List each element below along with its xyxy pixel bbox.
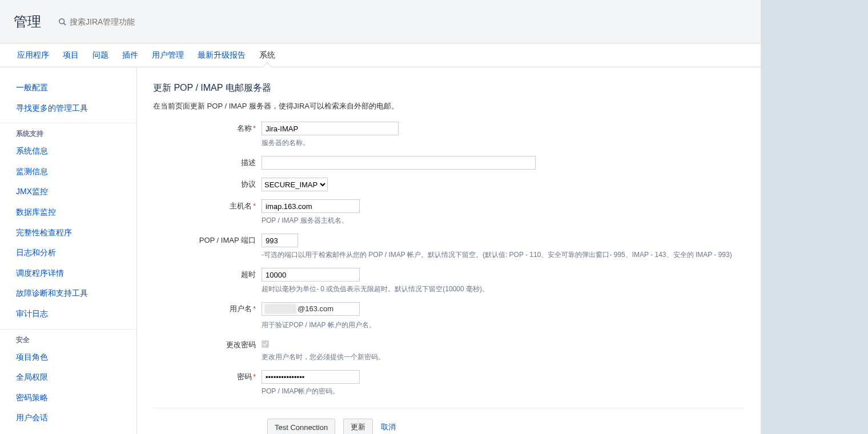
tab-apps[interactable]: 应用程序 [11, 43, 55, 67]
sidebar-scheduler-details[interactable]: 调度程序详情 [0, 264, 136, 283]
cancel-link[interactable]: 取消 [381, 422, 396, 432]
label-description: 描述 [153, 156, 262, 170]
main-content: 更新 POP / IMAP 电邮服务器 在当前页面更新 POP / IMAP 服… [137, 67, 761, 434]
admin-header: 管理 [0, 0, 761, 43]
tab-issues[interactable]: 问题 [87, 43, 114, 67]
input-port[interactable] [262, 234, 298, 247]
sidebar-general-config[interactable]: 一般配置 [0, 79, 136, 97]
tab-system[interactable]: 系统 [254, 43, 281, 67]
page-title: 更新 POP / IMAP 电邮服务器 [153, 82, 745, 94]
sidebar-heading-system-support: 系统支持 [0, 123, 136, 142]
sidebar-user-sessions[interactable]: 用户会话 [0, 409, 136, 427]
help-hostname: POP / IMAP 服务器主机名。 [262, 215, 745, 226]
tab-users[interactable]: 用户管理 [146, 43, 190, 67]
update-button[interactable]: 更新 [343, 419, 373, 434]
tab-projects[interactable]: 项目 [57, 43, 85, 67]
form-divider [153, 408, 745, 408]
admin-title: 管理 [14, 13, 41, 31]
label-hostname: 主机名* [153, 199, 262, 226]
sidebar-audit-log[interactable]: 审计日志 [0, 305, 136, 323]
input-description[interactable] [262, 156, 536, 170]
sidebar-project-roles[interactable]: 项目角色 [0, 348, 136, 367]
row-password: 密码* POP / IMAP帐户的密码。 [153, 370, 745, 396]
input-username[interactable]: @163.com [262, 302, 360, 316]
help-username: 用于验证POP / IMAP 帐户的用户名。 [262, 320, 745, 330]
sidebar-remember-me[interactable]: 记住我登录 [0, 429, 136, 434]
app-window: 管理 应用程序 项目 问题 插件 用户管理 最新升级报告 系统 一般配置 寻找更… [0, 0, 761, 434]
sidebar-find-more-tools[interactable]: 寻找更多的管理工具 [0, 99, 136, 118]
row-name: 名称* 服务器的名称。 [153, 122, 745, 148]
label-change-password: 更改密码 [153, 338, 262, 362]
search-icon [58, 18, 66, 26]
sidebar-global-perms[interactable]: 全局权限 [0, 368, 136, 387]
row-protocol: 协议 SECURE_IMAP [153, 178, 745, 191]
label-password: 密码* [153, 370, 262, 396]
label-username: 用户名* [153, 302, 262, 330]
username-domain: @163.com [298, 304, 333, 313]
tab-upgrade-report[interactable]: 最新升级报告 [192, 43, 251, 67]
sidebar-log-analysis[interactable]: 日志和分析 [0, 244, 136, 262]
svg-line-1 [64, 23, 66, 25]
input-password[interactable] [262, 370, 360, 384]
username-redacted-part [264, 304, 296, 314]
sidebar: 一般配置 寻找更多的管理工具 系统支持 系统信息 监测信息 JMX监控 数据库监… [0, 67, 137, 434]
sidebar-troubleshoot[interactable]: 故障诊断和支持工具 [0, 284, 136, 303]
row-hostname: 主机名* POP / IMAP 服务器主机名。 [153, 199, 745, 226]
help-port: -可选的端口以用于检索邮件从您的 POP / IMAP 帐户。默认情况下留空。(… [262, 250, 745, 260]
button-row: Test Connection 更新 取消 [153, 419, 745, 434]
sidebar-db-monitor[interactable]: 数据库监控 [0, 203, 136, 222]
body: 一般配置 寻找更多的管理工具 系统支持 系统信息 监测信息 JMX监控 数据库监… [0, 67, 761, 434]
test-connection-button[interactable]: Test Connection [267, 419, 335, 434]
label-port: POP / IMAP 端口 [153, 234, 262, 260]
sidebar-jmx[interactable]: JMX监控 [0, 183, 136, 201]
sidebar-heading-security: 安全 [0, 329, 136, 348]
sidebar-monitoring-info[interactable]: 监测信息 [0, 163, 136, 181]
row-username: 用户名* @163.com 用于验证POP / IMAP 帐户的用户名。 [153, 302, 745, 330]
sidebar-integrity-check[interactable]: 完整性检查程序 [0, 224, 136, 242]
label-name: 名称* [153, 122, 262, 148]
help-change-password: 更改用户名时，您必须提供一个新密码。 [262, 352, 745, 362]
help-password: POP / IMAP帐户的密码。 [262, 386, 745, 396]
svg-point-0 [59, 18, 65, 23]
help-timeout: 超时以毫秒为单位- 0 或负值表示无限超时。默认情况下留空(10000 毫秒)。 [262, 284, 745, 294]
checkbox-change-password [262, 340, 269, 348]
row-change-password: 更改密码 更改用户名时，您必须提供一个新密码。 [153, 338, 745, 362]
help-name: 服务器的名称。 [262, 138, 745, 148]
input-timeout[interactable] [262, 268, 360, 282]
row-description: 描述 [153, 156, 745, 170]
admin-search[interactable] [58, 17, 195, 26]
label-timeout: 超时 [153, 268, 262, 294]
sidebar-password-policy[interactable]: 密码策略 [0, 389, 136, 407]
admin-search-input[interactable] [70, 17, 195, 26]
page-intro: 在当前页面更新 POP / IMAP 服务器，使得JIRA可以检索来自外部的电邮… [153, 101, 745, 111]
input-name[interactable] [262, 122, 399, 135]
input-hostname[interactable] [262, 199, 360, 213]
row-timeout: 超时 超时以毫秒为单位- 0 或负值表示无限超时。默认情况下留空(10000 毫… [153, 268, 745, 294]
select-protocol[interactable]: SECURE_IMAP [262, 178, 328, 191]
admin-tabs: 应用程序 项目 问题 插件 用户管理 最新升级报告 系统 [0, 43, 761, 67]
tab-plugins[interactable]: 插件 [116, 43, 144, 67]
sidebar-system-info[interactable]: 系统信息 [0, 142, 136, 160]
row-port: POP / IMAP 端口 -可选的端口以用于检索邮件从您的 POP / IMA… [153, 234, 745, 260]
label-protocol: 协议 [153, 178, 262, 191]
